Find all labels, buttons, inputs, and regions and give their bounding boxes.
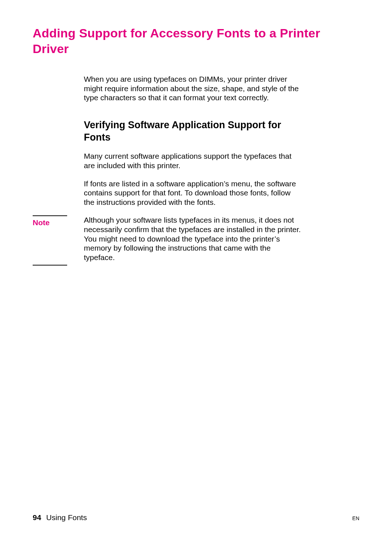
note-label: Note bbox=[33, 218, 50, 227]
document-page: Adding Support for Accessory Fonts to a … bbox=[0, 0, 392, 543]
body-paragraph: If fonts are listed in a software applic… bbox=[84, 179, 302, 207]
body-column: When you are using typefaces on DIMMs, y… bbox=[84, 74, 302, 207]
footer-language: EN bbox=[352, 515, 359, 521]
body-paragraph: Many current software applications suppo… bbox=[84, 151, 302, 170]
page-footer: 94 Using Fonts EN bbox=[33, 513, 359, 522]
note-text: Although your software lists typefaces i… bbox=[84, 215, 302, 262]
page-number: 94 bbox=[33, 513, 41, 522]
note-block: Note Although your software lists typefa… bbox=[33, 215, 359, 266]
intro-paragraph: When you are using typefaces on DIMMs, y… bbox=[84, 74, 302, 102]
page-heading: Adding Support for Accessory Fonts to a … bbox=[33, 25, 359, 56]
note-bottom-rule bbox=[33, 265, 67, 266]
footer-left: 94 Using Fonts bbox=[33, 513, 87, 522]
note-left-column: Note bbox=[33, 215, 84, 227]
footer-section: Using Fonts bbox=[46, 513, 87, 522]
section-heading: Verifying Software Application Support f… bbox=[84, 119, 302, 144]
